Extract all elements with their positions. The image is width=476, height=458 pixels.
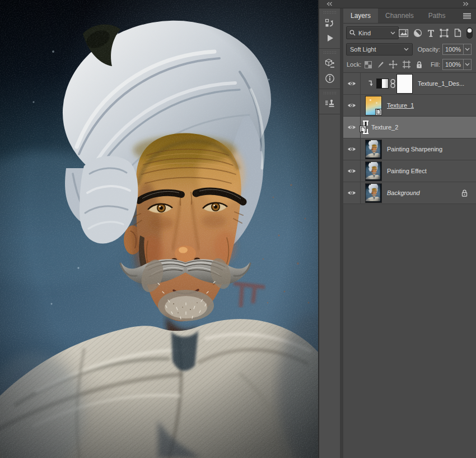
info-icon [325, 73, 335, 84]
actions-panel-button[interactable] [319, 30, 340, 45]
filter-type-layers-button[interactable] [427, 29, 435, 37]
double-chevron-left-icon[interactable] [326, 2, 333, 6]
filter-kind-label: Kind [358, 30, 371, 36]
lock-transparency-button[interactable] [365, 61, 372, 68]
active-thumbnail-frame [365, 122, 366, 132]
3d-panel-button[interactable] [319, 55, 340, 71]
filter-type-layers-icon [427, 29, 435, 37]
opacity-value[interactable]: 100% [442, 44, 464, 55]
layer-filter-row: Kind [343, 24, 476, 42]
layer-name: Texture_2 [371, 124, 398, 131]
background-lock-badge [461, 189, 468, 197]
lock-position-button[interactable] [389, 60, 398, 69]
lock-transparency-icon [365, 61, 372, 68]
lock-icon [461, 189, 468, 197]
dock-body: Layers Channels Paths [319, 8, 476, 458]
panel-group-grip[interactable] [323, 11, 337, 13]
layer-row-main: Background [361, 182, 476, 203]
lock-artboard-icon [402, 60, 411, 69]
layer-row-main: Painting Effect [361, 160, 476, 182]
layer-list: Texture_1_Des... [343, 72, 476, 458]
history-panel-button[interactable] [319, 15, 340, 30]
blend-mode-value: Soft Light [350, 46, 376, 53]
panel-menu-button[interactable] [463, 13, 471, 19]
layer-row-main: Texture_1_Des... [361, 73, 476, 94]
clone-source-panel-button[interactable] [319, 96, 340, 111]
info-panel-button[interactable] [319, 71, 340, 86]
layer-row-texture-2[interactable]: Texture_2 [343, 117, 476, 138]
filter-adjustment-layers-button[interactable] [413, 29, 422, 38]
visibility-toggle[interactable] [343, 73, 361, 94]
layer-name: Texture_1 [387, 102, 414, 109]
filter-smart-objects-icon [454, 29, 461, 37]
visibility-toggle[interactable] [343, 182, 361, 203]
document-canvas[interactable] [0, 0, 318, 458]
filter-adjustment-layers-icon [413, 29, 422, 38]
lock-artboard-button[interactable] [402, 60, 411, 69]
actions-play-icon [325, 34, 334, 43]
smart-object-badge [375, 109, 382, 115]
lock-pixels-button[interactable] [376, 61, 384, 68]
layer-row-painting-sharpening[interactable]: Painting Sharpening [343, 138, 476, 160]
layer-name: Background [387, 189, 420, 196]
dock-collapse-bar [319, 0, 476, 8]
tab-channels[interactable]: Channels [378, 8, 421, 23]
history-icon [324, 18, 335, 28]
blend-mode-select[interactable]: Soft Light [346, 43, 413, 55]
visibility-toggle[interactable] [343, 95, 361, 116]
fill-control: 100% [442, 59, 472, 70]
filter-pixel-layers-button[interactable] [399, 29, 408, 37]
layer-row-background[interactable]: Background [343, 182, 476, 204]
lock-pixels-icon [376, 61, 384, 68]
filter-shape-layers-button[interactable] [440, 29, 449, 38]
layer-thumbnail[interactable] [365, 161, 382, 181]
strip-group-3 [319, 89, 340, 114]
chevron-down-icon [465, 63, 470, 66]
filter-type-buttons [399, 27, 473, 39]
layer-filtering-toggle-icon [466, 27, 473, 39]
layer-name: Painting Sharpening [387, 146, 442, 152]
layer-row-texture-1[interactable]: Texture_1 [343, 95, 476, 117]
panel-dock: Layers Channels Paths [319, 0, 476, 458]
layer-thumbnail[interactable] [365, 183, 382, 203]
tab-layers[interactable]: Layers [343, 8, 378, 23]
lock-label: Lock: [347, 61, 361, 68]
double-chevron-right-icon[interactable] [463, 2, 469, 6]
selection-corner [363, 129, 368, 134]
panel-group-grip[interactable] [323, 91, 337, 94]
eye-icon [347, 168, 356, 174]
photoshop-window: Layers Channels Paths [0, 0, 476, 458]
panel-group-grip[interactable] [323, 51, 337, 54]
fill-dropdown-button[interactable] [464, 59, 472, 70]
opacity-label: Opacity: [418, 46, 440, 53]
layer-thumbnail[interactable] [365, 140, 382, 159]
fill-label: Fill: [431, 61, 440, 68]
layer-row-main: Painting Sharpening [361, 138, 476, 160]
lock-position-icon [389, 60, 398, 69]
tab-paths[interactable]: Paths [421, 8, 453, 23]
filter-kind-select[interactable]: Kind [346, 26, 399, 39]
lock-all-button[interactable] [416, 61, 423, 69]
visibility-toggle[interactable] [343, 117, 361, 138]
visibility-toggle[interactable] [343, 138, 361, 160]
filter-smart-objects-button[interactable] [454, 29, 461, 37]
layer-row-texture-1-des[interactable]: Texture_1_Des... [343, 73, 476, 95]
adjustment-layer-thumbnail[interactable] [376, 78, 389, 89]
layer-filtering-toggle[interactable] [466, 27, 473, 39]
lock-all-icon [416, 61, 423, 69]
layer-thumbnail[interactable] [365, 96, 382, 115]
search-icon [349, 30, 356, 36]
eye-icon [347, 190, 356, 196]
blend-mode-row: Soft Light Opacity: 100% [343, 42, 476, 57]
lock-row: Lock: [343, 57, 476, 72]
mask-link-icon[interactable] [390, 79, 395, 88]
fill-value[interactable]: 100% [442, 59, 464, 70]
eye-icon [347, 146, 356, 152]
layer-row-painting-effect[interactable]: Painting Effect [343, 160, 476, 182]
lock-buttons [365, 60, 423, 69]
layer-mask-thumbnail[interactable] [396, 74, 413, 94]
filter-shape-layers-icon [440, 29, 449, 38]
opacity-dropdown-button[interactable] [464, 44, 472, 55]
visibility-toggle[interactable] [343, 160, 361, 182]
chevron-down-icon [465, 48, 470, 51]
